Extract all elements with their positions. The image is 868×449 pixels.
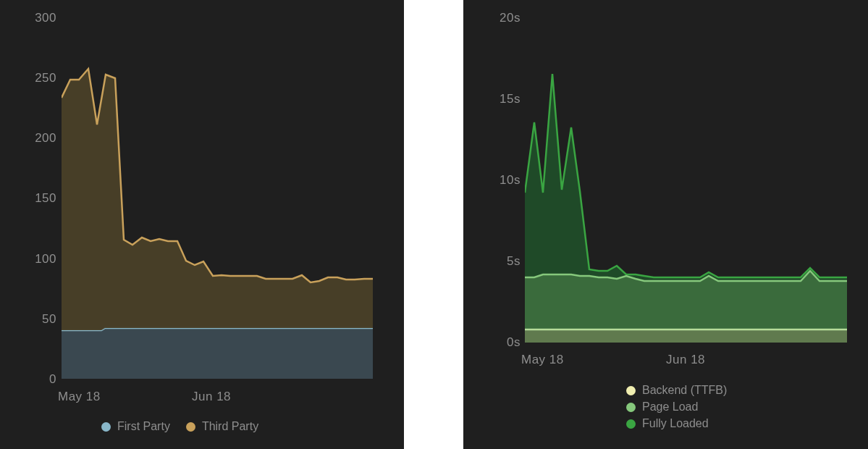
y-tick-label: 0	[49, 372, 56, 387]
y-tick-label: 200	[35, 131, 56, 146]
y-tick-label: 20s	[500, 11, 521, 25]
panel-gap	[404, 0, 463, 449]
y-tick-label: 50	[42, 312, 56, 327]
legend-swatch	[101, 422, 111, 432]
x-tick-label: Jun 18	[192, 390, 231, 404]
y-tick-label: 150	[35, 191, 56, 206]
ttfb-fill	[525, 330, 847, 343]
y-tick-label: 5s	[507, 254, 521, 269]
legend-item: Page Load	[626, 400, 727, 414]
legend-label: Third Party	[202, 420, 258, 433]
legend-item: Third Party	[186, 420, 258, 433]
y-tick-label: 15s	[500, 92, 521, 106]
legend-item: Fully Loaded	[626, 417, 727, 430]
x-tick-label: Jun 18	[666, 353, 705, 367]
third-party-fill	[62, 69, 373, 330]
legend-label: Backend (TTFB)	[642, 384, 727, 397]
legend-swatch	[626, 386, 636, 395]
chart-area-right	[525, 17, 847, 343]
legend-item: Backend (TTFB)	[626, 384, 727, 397]
y-tick-label: 0s	[507, 335, 521, 350]
chart-area-left	[62, 17, 373, 379]
y-tick-label: 100	[35, 252, 56, 267]
first-party-fill	[62, 328, 373, 379]
legend-left: First Party Third Party	[101, 420, 258, 433]
legend-label: First Party	[117, 420, 170, 433]
x-tick-label: May 18	[58, 390, 101, 404]
legend-swatch	[626, 419, 636, 429]
chart-panel-right: 0s 5s 10s 15s 20s May 18 Jun 18 Backend …	[463, 0, 868, 449]
legend-label: Page Load	[642, 400, 698, 414]
legend-label: Fully Loaded	[642, 417, 709, 430]
y-tick-label: 10s	[500, 173, 521, 188]
legend-swatch	[626, 403, 636, 412]
legend-right: Backend (TTFB) Page Load Fully Loaded	[626, 384, 727, 430]
legend-item: First Party	[101, 420, 170, 433]
x-tick-label: May 18	[521, 353, 564, 367]
legend-swatch	[186, 422, 195, 432]
y-tick-label: 300	[35, 11, 56, 25]
y-tick-label: 250	[35, 71, 56, 85]
chart-panel-left: 0 50 100 150 200 250 300 May 18 Jun 18 F…	[0, 0, 404, 449]
